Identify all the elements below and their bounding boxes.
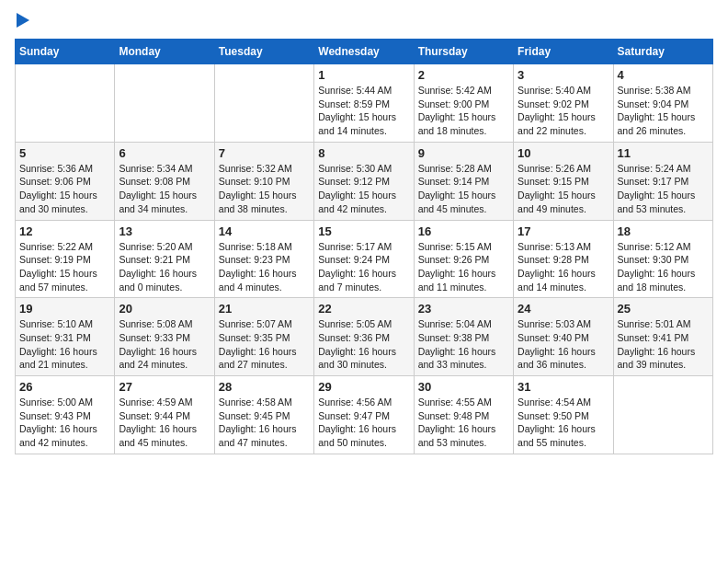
logo-arrow-icon [17, 13, 29, 28]
day-number: 5 [19, 146, 110, 160]
day-number: 15 [318, 224, 409, 238]
day-number: 22 [318, 302, 409, 316]
calendar-day-cell: 24Sunrise: 5:03 AM Sunset: 9:40 PM Dayli… [514, 298, 613, 376]
day-number: 1 [318, 68, 409, 82]
calendar-day-cell: 22Sunrise: 5:05 AM Sunset: 9:36 PM Dayli… [314, 298, 414, 376]
day-info: Sunrise: 5:42 AM Sunset: 9:00 PM Dayligh… [418, 84, 509, 138]
day-info: Sunrise: 5:40 AM Sunset: 9:02 PM Dayligh… [518, 84, 609, 138]
day-info: Sunrise: 5:30 AM Sunset: 9:12 PM Dayligh… [318, 162, 409, 216]
day-info: Sunrise: 5:28 AM Sunset: 9:14 PM Dayligh… [418, 162, 509, 216]
day-info: Sunrise: 5:10 AM Sunset: 9:31 PM Dayligh… [19, 317, 110, 372]
calendar-day-cell [16, 64, 115, 143]
day-info: Sunrise: 5:05 AM Sunset: 9:36 PM Dayligh… [318, 317, 409, 372]
day-number: 7 [219, 146, 310, 160]
calendar-day-cell: 21Sunrise: 5:07 AM Sunset: 9:35 PM Dayli… [214, 298, 313, 376]
calendar-day-cell: 2Sunrise: 5:42 AM Sunset: 9:00 PM Daylig… [414, 64, 513, 143]
calendar-day-cell: 13Sunrise: 5:20 AM Sunset: 9:21 PM Dayli… [115, 220, 214, 298]
day-number: 2 [418, 68, 509, 82]
day-number: 16 [418, 224, 509, 238]
calendar-day-cell: 3Sunrise: 5:40 AM Sunset: 9:02 PM Daylig… [514, 64, 613, 143]
day-info: Sunrise: 5:00 AM Sunset: 9:43 PM Dayligh… [19, 396, 110, 450]
day-info: Sunrise: 5:26 AM Sunset: 9:15 PM Dayligh… [518, 162, 609, 216]
day-number: 27 [119, 380, 210, 394]
day-info: Sunrise: 5:24 AM Sunset: 9:17 PM Dayligh… [618, 162, 709, 216]
day-of-week-header: Thursday [414, 40, 513, 64]
calendar-day-cell: 25Sunrise: 5:01 AM Sunset: 9:41 PM Dayli… [613, 298, 712, 376]
day-info: Sunrise: 4:54 AM Sunset: 9:50 PM Dayligh… [518, 396, 609, 450]
calendar-week-row: 12Sunrise: 5:22 AM Sunset: 9:19 PM Dayli… [16, 220, 713, 298]
day-info: Sunrise: 5:22 AM Sunset: 9:19 PM Dayligh… [19, 240, 110, 294]
calendar-day-cell: 9Sunrise: 5:28 AM Sunset: 9:14 PM Daylig… [414, 142, 513, 220]
day-info: Sunrise: 5:07 AM Sunset: 9:35 PM Dayligh… [219, 317, 310, 372]
calendar-week-row: 19Sunrise: 5:10 AM Sunset: 9:31 PM Dayli… [16, 298, 713, 376]
calendar-day-cell: 18Sunrise: 5:12 AM Sunset: 9:30 PM Dayli… [613, 220, 712, 298]
calendar-day-cell: 12Sunrise: 5:22 AM Sunset: 9:19 PM Dayli… [16, 220, 115, 298]
day-number: 8 [318, 146, 409, 160]
day-number: 19 [19, 302, 110, 316]
day-number: 29 [318, 380, 409, 394]
calendar-day-cell: 10Sunrise: 5:26 AM Sunset: 9:15 PM Dayli… [514, 142, 613, 220]
day-info: Sunrise: 5:03 AM Sunset: 9:40 PM Dayligh… [518, 317, 609, 372]
day-info: Sunrise: 5:18 AM Sunset: 9:23 PM Dayligh… [219, 240, 310, 294]
calendar-table: SundayMondayTuesdayWednesdayThursdayFrid… [15, 39, 713, 454]
day-of-week-header: Saturday [613, 40, 712, 64]
day-info: Sunrise: 4:58 AM Sunset: 9:45 PM Dayligh… [219, 396, 310, 450]
calendar-day-cell: 20Sunrise: 5:08 AM Sunset: 9:33 PM Dayli… [115, 298, 214, 376]
calendar-day-cell [214, 64, 313, 143]
calendar-week-row: 1Sunrise: 5:44 AM Sunset: 8:59 PM Daylig… [16, 64, 713, 143]
calendar-day-cell: 4Sunrise: 5:38 AM Sunset: 9:04 PM Daylig… [613, 64, 712, 143]
day-number: 17 [518, 224, 609, 238]
day-number: 18 [618, 224, 709, 238]
day-number: 3 [518, 68, 609, 82]
day-number: 10 [518, 146, 609, 160]
day-info: Sunrise: 5:04 AM Sunset: 9:38 PM Dayligh… [418, 317, 509, 372]
day-number: 24 [518, 302, 609, 316]
day-number: 28 [219, 380, 310, 394]
calendar-day-cell: 5Sunrise: 5:36 AM Sunset: 9:06 PM Daylig… [16, 142, 115, 220]
calendar-day-cell: 23Sunrise: 5:04 AM Sunset: 9:38 PM Dayli… [414, 298, 513, 376]
day-info: Sunrise: 5:08 AM Sunset: 9:33 PM Dayligh… [119, 317, 210, 372]
day-number: 21 [219, 302, 310, 316]
day-number: 4 [618, 68, 709, 82]
calendar-day-cell: 26Sunrise: 5:00 AM Sunset: 9:43 PM Dayli… [16, 376, 115, 454]
day-of-week-header: Wednesday [314, 40, 414, 64]
day-of-week-header: Tuesday [214, 40, 313, 64]
calendar-header-row: SundayMondayTuesdayWednesdayThursdayFrid… [16, 40, 713, 64]
day-info: Sunrise: 5:13 AM Sunset: 9:28 PM Dayligh… [518, 240, 609, 294]
day-info: Sunrise: 5:44 AM Sunset: 8:59 PM Dayligh… [318, 84, 409, 138]
logo [15, 15, 29, 28]
day-info: Sunrise: 5:36 AM Sunset: 9:06 PM Dayligh… [19, 162, 110, 216]
page-header [15, 15, 713, 28]
day-number: 9 [418, 146, 509, 160]
day-info: Sunrise: 5:15 AM Sunset: 9:26 PM Dayligh… [418, 240, 509, 294]
calendar-day-cell: 28Sunrise: 4:58 AM Sunset: 9:45 PM Dayli… [214, 376, 313, 454]
day-number: 23 [418, 302, 509, 316]
day-number: 6 [119, 146, 210, 160]
day-info: Sunrise: 4:55 AM Sunset: 9:48 PM Dayligh… [418, 396, 509, 450]
calendar-day-cell: 16Sunrise: 5:15 AM Sunset: 9:26 PM Dayli… [414, 220, 513, 298]
calendar-day-cell: 17Sunrise: 5:13 AM Sunset: 9:28 PM Dayli… [514, 220, 613, 298]
day-number: 13 [119, 224, 210, 238]
day-of-week-header: Monday [115, 40, 214, 64]
day-of-week-header: Friday [514, 40, 613, 64]
calendar-day-cell: 15Sunrise: 5:17 AM Sunset: 9:24 PM Dayli… [314, 220, 414, 298]
day-number: 25 [618, 302, 709, 316]
day-of-week-header: Sunday [16, 40, 115, 64]
day-info: Sunrise: 5:20 AM Sunset: 9:21 PM Dayligh… [119, 240, 210, 294]
calendar-day-cell: 11Sunrise: 5:24 AM Sunset: 9:17 PM Dayli… [613, 142, 712, 220]
day-info: Sunrise: 4:56 AM Sunset: 9:47 PM Dayligh… [318, 396, 409, 450]
calendar-week-row: 5Sunrise: 5:36 AM Sunset: 9:06 PM Daylig… [16, 142, 713, 220]
calendar-day-cell: 8Sunrise: 5:30 AM Sunset: 9:12 PM Daylig… [314, 142, 414, 220]
day-info: Sunrise: 5:01 AM Sunset: 9:41 PM Dayligh… [618, 317, 709, 372]
calendar-day-cell: 30Sunrise: 4:55 AM Sunset: 9:48 PM Dayli… [414, 376, 513, 454]
calendar-day-cell: 14Sunrise: 5:18 AM Sunset: 9:23 PM Dayli… [214, 220, 313, 298]
calendar-day-cell [115, 64, 214, 143]
day-number: 11 [618, 146, 709, 160]
calendar-day-cell: 6Sunrise: 5:34 AM Sunset: 9:08 PM Daylig… [115, 142, 214, 220]
day-info: Sunrise: 5:32 AM Sunset: 9:10 PM Dayligh… [219, 162, 310, 216]
calendar-day-cell: 7Sunrise: 5:32 AM Sunset: 9:10 PM Daylig… [214, 142, 313, 220]
day-info: Sunrise: 5:38 AM Sunset: 9:04 PM Dayligh… [618, 84, 709, 138]
day-number: 30 [418, 380, 509, 394]
day-info: Sunrise: 4:59 AM Sunset: 9:44 PM Dayligh… [119, 396, 210, 450]
day-number: 14 [219, 224, 310, 238]
